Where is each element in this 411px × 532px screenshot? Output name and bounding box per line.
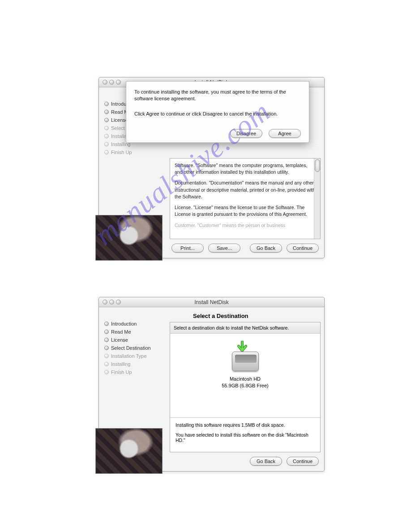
step-bullet-icon [104,118,109,122]
step-label: Introduction [111,321,137,326]
installer-step: Installation Type [103,352,167,360]
license-paragraph: Documentation. "Documentation" means the… [175,180,316,200]
installer-step: Installing [103,360,167,368]
save-button[interactable]: Save... [208,244,240,253]
step-bullet-icon [104,338,109,342]
installer-thumbnail-image [95,215,163,261]
selected-disk-text: You have selected to install this softwa… [176,432,315,443]
installer-step: Introduction [103,320,167,328]
step-bullet-icon [104,150,109,154]
step-bullet-icon [104,354,109,358]
installer-step: Read Me [103,328,167,336]
license-paragraph: Software. "Software" means the computer … [175,162,316,176]
continue-button[interactable]: Continue [287,244,319,253]
window-title: Install NetDisk [99,299,324,305]
step-bullet-icon [104,346,109,350]
space-required-text: Installing this software requires 1.5MB … [176,422,315,428]
step-label: Finish Up [111,369,132,375]
step-bullet-icon [104,330,109,334]
disk-name: Macintosh HD [230,376,261,382]
installer-step: License [103,336,167,344]
step-label: Finish Up [111,150,132,155]
step-label: Installation Type [111,353,146,359]
disk-icon[interactable] [230,342,261,373]
step-bullet-icon [104,370,109,374]
installer-step: Finish Up [103,368,167,376]
sheet-message-1: To continue installing the software, you… [134,89,301,103]
installer-thumbnail-image [95,428,163,474]
step-bullet-icon [104,142,109,146]
step-bullet-icon [104,362,109,366]
scrollbar-track[interactable] [314,159,320,239]
step-bullet-icon [104,134,109,138]
go-back-button[interactable]: Go Back [250,244,282,253]
installer-step: Finish Up [103,148,167,156]
disagree-button[interactable]: Disagree [230,129,262,138]
license-paragraph: License. "License" means the license to … [175,204,316,218]
destination-info: Installing this software requires 1.5MB … [170,417,320,452]
disk-size: 55.9GB (6.8GB Free) [222,382,269,389]
step-bullet-icon [104,126,109,130]
page-title: Select a Destination [170,311,321,322]
step-label: License [111,337,128,343]
agree-button[interactable]: Agree [269,129,301,138]
step-bullet-icon [104,102,109,106]
step-bullet-icon [104,322,109,326]
installer-window-license: Install NetDisk To continue installing t… [98,77,325,258]
step-bullet-icon [104,110,109,114]
license-text-panel[interactable]: Software. "Software" means the computer … [170,158,321,239]
sheet-message-2: Click Agree to continue or click Disagre… [134,111,301,117]
titlebar[interactable]: Install NetDisk [99,297,324,307]
continue-button[interactable]: Continue [287,457,319,466]
step-label: Read Me [111,329,131,335]
license-sheet-dialog: To continue installing the software, you… [126,81,309,143]
installer-window-destination: Install NetDisk IntroductionRead MeLicen… [98,297,325,472]
step-label: Installing [111,361,130,367]
go-back-button[interactable]: Go Back [250,457,282,466]
destination-panel: Select a destination disk to install the… [170,322,321,452]
installer-sidebar: IntroductionRead MeLicenseSelect Destina… [99,307,170,471]
step-label: Select Destination [111,345,151,351]
print-button[interactable]: Print... [171,244,204,253]
installer-step: Select Destination [103,344,167,352]
license-paragraph-cut: Customer. "Customer" means the person or… [175,222,316,229]
destination-subheading: Select a destination disk to install the… [170,322,320,334]
scrollbar-thumb[interactable] [315,159,320,172]
